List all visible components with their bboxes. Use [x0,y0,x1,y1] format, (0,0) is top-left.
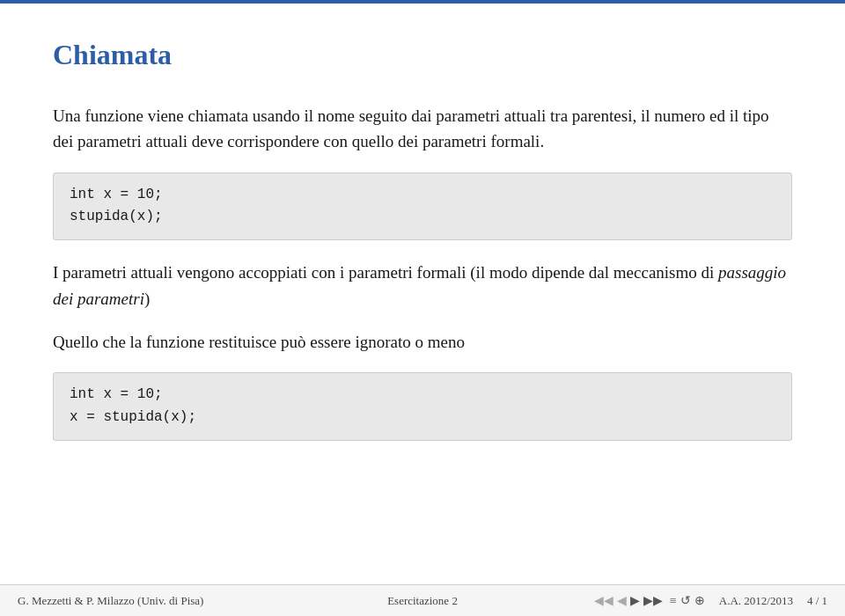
footer-center: Esercitazione 2 [288,594,558,608]
footer-year: A.A. 2012/2013 [719,594,793,608]
footer-right: ◀◀ ◀ ▶ ▶▶ ≡ ↺ ⊕ A.A. 2012/2013 4 / 1 [557,593,827,608]
slide-title: Chiamata [53,39,792,71]
nav-arrow-last[interactable]: ▶▶ [643,593,663,608]
code-line-2-1: int x = 10; [70,384,775,407]
paragraph-2-text-2: ) [144,290,150,308]
paragraph-2-text-1: I parametri attuali vengono accoppiati c… [53,263,718,282]
code-line-1-1: int x = 10; [70,184,775,207]
paragraph-1: Una funzione viene chiamata usando il no… [53,103,792,155]
footer-page: 4 / 1 [807,594,827,608]
footer: G. Mezzetti & P. Milazzo (Univ. di Pisa)… [0,584,845,616]
paragraph-3: Quello che la funzione restituisce può e… [53,329,792,355]
footer-author: G. Mezzetti & P. Milazzo (Univ. di Pisa) [18,594,203,607]
code-block-1: int x = 10; stupida(x); [53,172,792,240]
nav-icon-expand[interactable]: ⊕ [694,593,705,608]
nav-icon-menu[interactable]: ≡ [670,594,677,608]
slide-container: Chiamata Una funzione viene chiamata usa… [0,0,845,616]
footer-course: Esercitazione 2 [387,594,458,607]
code-line-2-2: x = stupida(x); [70,407,775,429]
code-block-2: int x = 10; x = stupida(x); [53,372,792,440]
footer-nav: ◀◀ ◀ ▶ ▶▶ ≡ ↺ ⊕ [594,593,705,608]
paragraph-2: I parametri attuali vengono accoppiati c… [53,260,792,312]
footer-left: G. Mezzetti & P. Milazzo (Univ. di Pisa) [18,594,288,608]
nav-arrow-prev[interactable]: ◀ [617,593,627,608]
nav-arrow-first[interactable]: ◀◀ [594,593,614,608]
main-content: Chiamata Una funzione viene chiamata usa… [0,4,845,616]
nav-icon-refresh[interactable]: ↺ [680,593,691,608]
code-line-1-2: stupida(x); [70,206,775,229]
nav-arrow-next[interactable]: ▶ [630,593,640,608]
